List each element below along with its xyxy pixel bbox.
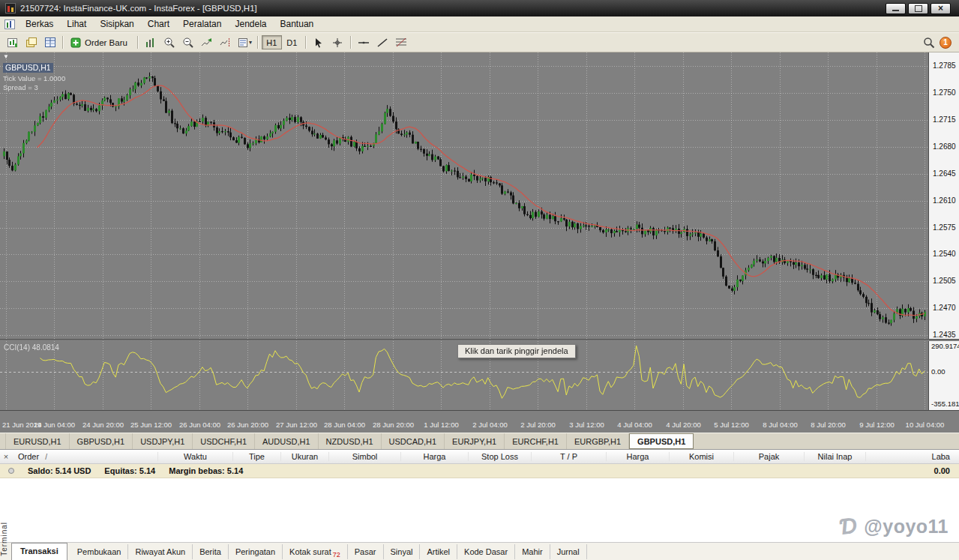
watermark-logo-icon (838, 513, 859, 540)
tab-berita[interactable]: Berita (193, 544, 229, 559)
toolbar-separator (62, 36, 64, 49)
menu-berkas[interactable]: Berkas (19, 16, 60, 31)
cci-scale-max: 290.9174 (931, 343, 959, 350)
chart-tab[interactable]: USDJPY,H1 (133, 433, 193, 449)
price-tick-label: 1.2785 (933, 62, 956, 70)
chart-tab[interactable]: USDCAD,H1 (382, 433, 445, 449)
column-header-laba[interactable]: Laba (866, 452, 959, 461)
price-tick-label: 1.2435 (933, 331, 956, 339)
menu-chart[interactable]: Chart (141, 16, 176, 31)
tab-riwayat-akun[interactable]: Riwayat Akun (128, 544, 193, 559)
tab-jurnal[interactable]: Jurnal (550, 544, 587, 559)
tab-artikel[interactable]: Artikel (420, 544, 457, 559)
timeframe-d1-button[interactable]: D1 (282, 35, 302, 49)
terminal-header-row: Order / Waktu Tipe Ukuran Simbol Harga S… (0, 450, 959, 464)
chart-tab[interactable]: NZDUSD,H1 (319, 433, 382, 449)
chart-tab-active[interactable]: GBPUSD,H1 (629, 433, 694, 449)
templates-icon[interactable]: ▾ (235, 34, 254, 50)
time-tick-label: 25 Jun 12:00 (130, 421, 172, 429)
column-header-harga[interactable]: Harga (401, 452, 469, 461)
price-tick-label: 1.2750 (933, 89, 956, 97)
menu-bantuan[interactable]: Bantuan (274, 16, 321, 31)
restore-button[interactable] (908, 3, 928, 14)
tab-sinyal[interactable]: Sinyal (384, 544, 421, 559)
time-axis[interactable]: 21 Jun 201924 Jun 04:0024 Jun 20:0025 Ju… (0, 410, 959, 433)
column-header-harga2[interactable]: Harga (607, 452, 670, 461)
time-tick-label: 27 Jun 12:00 (276, 421, 317, 429)
time-tick-label: 4 Jul 20:00 (666, 421, 700, 429)
time-tick-label: 1 Jul 12:00 (424, 421, 458, 429)
equitas-value: Equitas: 5.14 (104, 466, 155, 475)
chart-tab[interactable]: EURGBP,H1 (567, 433, 629, 449)
time-tick-label: 28 Jun 20:00 (373, 421, 414, 429)
tab-pembukaan[interactable]: Pembukaan (70, 544, 129, 559)
chart-tab[interactable]: AUDUSD,H1 (255, 433, 319, 449)
sort-indicator: / (45, 453, 47, 461)
chart-mode-icon[interactable] (142, 34, 160, 50)
symbol-label: GBPUSD,H1 (3, 63, 53, 73)
column-header-nilai-inap[interactable]: Nilai Inap (805, 452, 866, 461)
tab-kotak-surat[interactable]: Kotak surat72 (283, 544, 348, 559)
menu-lihat[interactable]: Lihat (60, 16, 93, 31)
column-header-komisi[interactable]: Komisi (670, 452, 734, 461)
time-tick-label: 24 Jun 04:00 (34, 421, 75, 429)
column-header-stop-loss[interactable]: Stop Loss (469, 452, 532, 461)
tab-kode-dasar[interactable]: Kode Dasar (457, 544, 515, 559)
close-button[interactable] (931, 3, 951, 14)
terminal-close-icon[interactable] (0, 452, 12, 461)
balance-bullet-icon (8, 468, 14, 474)
zoom-in-icon[interactable] (160, 34, 179, 50)
chart-shift-icon[interactable] (217, 34, 235, 50)
chart-tab[interactable]: USDCHF,H1 (193, 433, 255, 449)
column-header-simbol[interactable]: Simbol (329, 452, 401, 461)
chart-tab[interactable]: GBPUSD,H1 (70, 433, 133, 449)
zoom-out-icon[interactable] (179, 34, 198, 50)
chart-tab[interactable]: EURCHF,H1 (505, 433, 567, 449)
menu-jendela[interactable]: Jendela (228, 16, 273, 31)
time-tick-label: 9 Jul 12:00 (859, 421, 894, 429)
menu-sisipkan[interactable]: Sisipkan (93, 16, 140, 31)
app-icon (5, 3, 16, 13)
column-header-pajak[interactable]: Pajak (734, 452, 805, 461)
tab-peringatan[interactable]: Peringatan (229, 544, 283, 559)
time-tick-label: 28 Jun 04:00 (324, 421, 365, 429)
tab-pasar[interactable]: Pasar (348, 544, 384, 559)
tab-label: Kotak surat (289, 547, 331, 556)
column-header-tipe[interactable]: Tipe (233, 452, 281, 461)
cursor-icon[interactable] (310, 34, 328, 50)
cci-scale[interactable]: 290.9174 0.00 -355.181 (928, 341, 959, 410)
market-watch-icon[interactable] (40, 34, 59, 50)
menu-peralatan[interactable]: Peralatan (176, 16, 228, 31)
auto-scroll-icon[interactable] (198, 34, 217, 50)
price-tick-label: 1.2715 (933, 116, 956, 124)
fibonacci-icon[interactable] (392, 34, 411, 50)
price-tick-label: 1.2645 (933, 170, 956, 178)
toolbar: Order Baru ▾ H1 D1 1 (0, 32, 959, 52)
tab-transaksi[interactable]: Transaksi (11, 543, 67, 560)
tab-mahir[interactable]: Mahir (515, 544, 550, 559)
cci-indicator-label: CCI(14) 48.0814 (4, 343, 59, 352)
chart-tab[interactable]: EURUSD,H1 (5, 433, 70, 449)
crosshair-icon[interactable] (328, 34, 347, 50)
order-baru-button[interactable]: Order Baru (67, 34, 134, 50)
price-scale[interactable]: 1.27851.27501.27151.26801.26451.26101.25… (928, 52, 959, 339)
search-icon[interactable] (919, 34, 938, 50)
profiles-icon[interactable] (22, 34, 40, 50)
notification-badge[interactable]: 1 (940, 37, 952, 49)
minimize-button[interactable] (886, 3, 906, 14)
new-chart-icon[interactable] (3, 34, 22, 50)
chart-tab[interactable]: EURJPY,H1 (445, 433, 505, 449)
column-header-order[interactable]: Order / (12, 452, 158, 461)
toolbar-separator (137, 36, 139, 49)
menu-bar: Berkas Lihat Sisipkan Chart Peralatan Je… (0, 16, 959, 32)
column-header-ukuran[interactable]: Ukuran (281, 452, 329, 461)
chart-window-icon[interactable] (4, 19, 15, 29)
column-header-tp[interactable]: T / P (532, 452, 607, 461)
column-header-waktu[interactable]: Waktu (158, 452, 233, 461)
trendline-icon[interactable] (373, 34, 392, 50)
chart-area[interactable]: 1.27851.27501.27151.26801.26451.26101.25… (0, 52, 959, 433)
horizontal-line-icon[interactable] (355, 34, 373, 50)
price-chart-canvas[interactable] (0, 52, 928, 339)
timeframe-h1-button[interactable]: H1 (262, 35, 282, 49)
window-title: 21507724: InstaFinance-UK.com - InstaFor… (20, 4, 886, 13)
